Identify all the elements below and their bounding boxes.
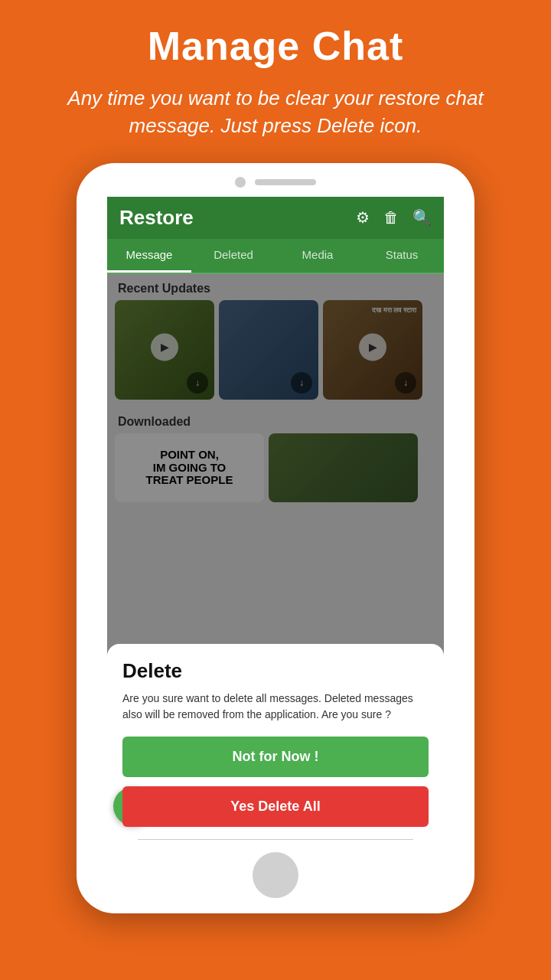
app-content: Recent Updates ▶ ↓ ↓ दख मरा लव स्टारा ▶ … (107, 274, 444, 839)
tab-status[interactable]: Status (360, 239, 444, 273)
tab-media[interactable]: Media (276, 239, 360, 273)
delete-button-wrapper: ⋮ Yes Delete All (122, 786, 429, 827)
phone-divider (138, 839, 413, 840)
not-for-now-button[interactable]: Not for Now ! (122, 737, 429, 777)
yes-delete-all-button[interactable]: Yes Delete All (122, 786, 429, 827)
tab-message[interactable]: Message (107, 239, 191, 273)
header-icons: ⚙ 🗑 🔍 (356, 208, 432, 227)
phone-camera (235, 177, 246, 188)
phone-bottom (77, 839, 474, 913)
gear-icon[interactable]: ⚙ (356, 208, 370, 227)
dialog-message: Are you sure want to delete all messages… (122, 691, 429, 723)
trash-icon[interactable]: 🗑 (383, 209, 399, 227)
home-button[interactable] (253, 852, 298, 898)
phone-top-bar (77, 163, 474, 197)
app-header-title: Restore (119, 206, 194, 230)
app-screen: Restore ⚙ 🗑 🔍 Message Deleted Media Stat… (107, 197, 444, 839)
phone-mockup: Restore ⚙ 🗑 🔍 Message Deleted Media Stat… (77, 163, 474, 913)
page-title: Manage Chat (148, 23, 404, 69)
page-subtitle: Any time you want to be clear your resto… (31, 84, 520, 140)
app-header: Restore ⚙ 🗑 🔍 (107, 197, 444, 239)
tab-deleted[interactable]: Deleted (191, 239, 276, 273)
phone-speaker (255, 179, 316, 185)
search-icon[interactable]: 🔍 (412, 208, 432, 227)
dialog-title: Delete (122, 659, 429, 683)
app-tabs: Message Deleted Media Status (107, 239, 444, 274)
delete-dialog: Delete Are you sure want to delete all m… (107, 644, 444, 839)
